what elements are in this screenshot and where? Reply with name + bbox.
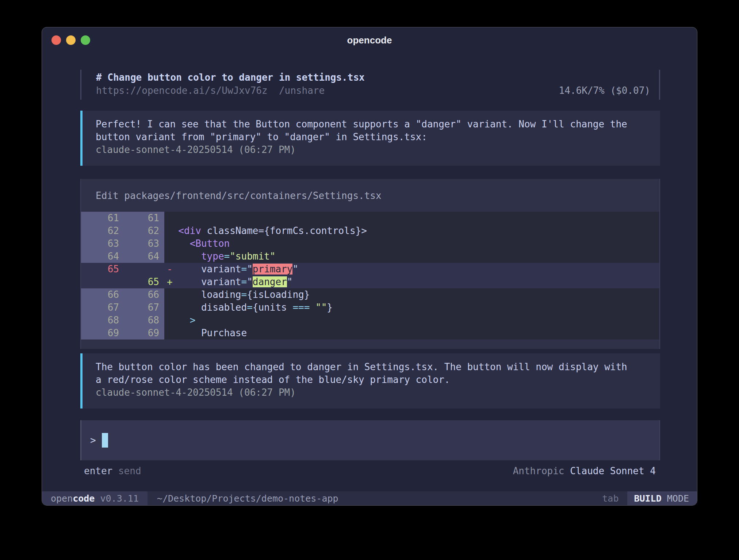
old-line-number: 66 [81, 288, 119, 301]
old-line-number [81, 276, 119, 288]
new-line-number [119, 263, 159, 276]
assistant-message: Perfect! I can see that the Button compo… [80, 111, 660, 166]
model-indicator[interactable]: Anthropic Claude Sonnet 4 [513, 465, 656, 477]
edit-tool-header: Edit packages/frontend/src/containers/Se… [81, 189, 659, 202]
edit-tool-block: Edit packages/frontend/src/containers/Se… [80, 179, 660, 349]
new-line-number: 66 [119, 288, 159, 301]
send-action-hint [112, 465, 118, 476]
message-model-meta: claude-sonnet-4-20250514 (06:27 PM) [96, 386, 660, 399]
diff-row: 6868 > [81, 314, 659, 327]
enter-key-hint: enter [84, 465, 112, 476]
diff-view: 61616262 <div className={formCs.controls… [81, 212, 659, 340]
new-line-number: 64 [119, 250, 159, 263]
diff-row: 65- variant="primary" [81, 263, 659, 276]
message-model-meta: claude-sonnet-4-20250514 (06:27 PM) [96, 143, 660, 156]
send-action-hint: send [118, 465, 141, 476]
context-usage: 14.6K/7% ($0.07) [559, 84, 650, 97]
new-line-number: 69 [119, 327, 159, 340]
diff-row: 6161 [81, 212, 659, 225]
tab-key-hint: tab [602, 493, 619, 504]
diff-gutter: 6363 [81, 237, 164, 250]
old-line-number: 65 [81, 263, 119, 276]
message-line: button variant from "primary" to "danger… [96, 131, 660, 143]
status-bar: opencode v0.3.11 ~/Desktop/Projects/demo… [42, 491, 697, 505]
diff-code-line [164, 212, 659, 225]
diff-code-line: > [164, 314, 659, 327]
build-mode-chip[interactable]: BUILD MODE [627, 491, 697, 505]
old-line-number: 67 [81, 301, 119, 314]
old-line-number: 69 [81, 327, 119, 340]
old-line-number: 68 [81, 314, 119, 327]
message-line: The button color has been changed to dan… [96, 361, 660, 373]
zoom-button[interactable] [81, 35, 90, 45]
minimize-button[interactable] [66, 35, 76, 45]
app-name-code: code [73, 493, 95, 504]
diff-code-line: Purchase [164, 327, 659, 340]
app-version-chip: opencode v0.3.11 [42, 491, 148, 505]
session-header: # Change button color to danger in setti… [80, 70, 660, 100]
diff-code-line: loading={isLoading} [164, 288, 659, 301]
diff-row: 6363 <Button [81, 237, 659, 250]
diff-code-line: - variant="primary" [164, 263, 659, 276]
prompt-symbol: > [90, 435, 96, 446]
diff-row: 65+ variant="danger" [81, 276, 659, 288]
message-line: a red/rose color scheme instead of the b… [96, 373, 660, 386]
diff-code-line: type="submit" [164, 250, 659, 263]
model-label: Claude Sonnet 4 [570, 465, 656, 476]
old-line-number: 64 [81, 250, 119, 263]
app-name-open: open [51, 493, 73, 504]
traffic-lights [51, 27, 90, 53]
diff-row: 6767 disabled={units === ""} [81, 301, 659, 314]
new-line-number: 67 [119, 301, 159, 314]
diff-row: 6262 <div className={formCs.controls}> [81, 225, 659, 237]
assistant-message: The button color has been changed to dan… [80, 353, 660, 409]
message-line: Perfect! I can see that the Button compo… [96, 118, 660, 131]
diff-code-line: <Button [164, 237, 659, 250]
old-line-number: 63 [81, 237, 119, 250]
mode-suffix: MODE [662, 493, 689, 504]
old-line-number: 61 [81, 212, 119, 225]
session-title: # Change button color to danger in setti… [96, 71, 650, 84]
new-line-number: 61 [119, 212, 159, 225]
diff-gutter: 6868 [81, 314, 164, 327]
diff-gutter: 65 [81, 276, 164, 288]
diff-code-line: + variant="danger" [164, 276, 659, 288]
diff-row: 6464 type="submit" [81, 250, 659, 263]
diff-row: 6666 loading={isLoading} [81, 288, 659, 301]
diff-gutter: 6666 [81, 288, 164, 301]
old-line-number: 62 [81, 225, 119, 237]
diff-gutter: 6262 [81, 225, 164, 237]
diff-gutter: 6161 [81, 212, 164, 225]
new-line-number: 62 [119, 225, 159, 237]
session-share-url[interactable]: https://opencode.ai/s/UwJxv76z /unshare [96, 84, 325, 97]
working-directory: ~/Desktop/Projects/demo-notes-app [157, 493, 338, 504]
new-line-number: 68 [119, 314, 159, 327]
diff-code-line: <div className={formCs.controls}> [164, 225, 659, 237]
provider-label: Anthropic [513, 465, 564, 476]
hint-row: enter send Anthropic Claude Sonnet 4 [80, 465, 660, 477]
window-title: opencode [347, 35, 392, 46]
diff-gutter: 65 [81, 263, 164, 276]
new-line-number: 65 [119, 276, 159, 288]
text-cursor [102, 433, 108, 448]
prompt-input[interactable]: > [80, 420, 660, 460]
diff-gutter: 6464 [81, 250, 164, 263]
diff-gutter: 6767 [81, 301, 164, 314]
diff-code-line: disabled={units === ""} [164, 301, 659, 314]
mode-name: BUILD [634, 493, 661, 504]
new-line-number: 63 [119, 237, 159, 250]
close-button[interactable] [51, 35, 61, 45]
diff-row: 6969 Purchase [81, 327, 659, 340]
diff-gutter: 6969 [81, 327, 164, 340]
app-version: v0.3.11 [95, 493, 138, 504]
opencode-window: opencode # Change button color to danger… [42, 27, 697, 506]
titlebar: opencode [42, 27, 697, 53]
